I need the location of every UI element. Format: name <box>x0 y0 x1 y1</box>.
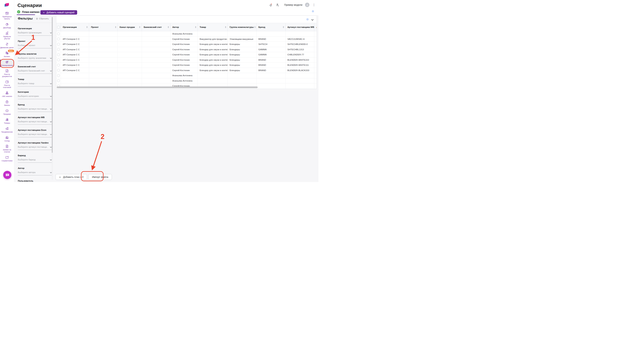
column-header[interactable]: Бренд <box>256 23 286 31</box>
cell-author: Ананьева Антонина <box>170 78 198 84</box>
cell-product: Вакууматор для продуктов с за <box>198 36 228 42</box>
sort-arrows-icon[interactable] <box>225 26 226 28</box>
filter-select[interactable]: Выберите баркод <box>18 158 52 163</box>
add-plan-button[interactable]: + Добавить план 2.0 <box>56 174 87 180</box>
sidebar-item-balance[interactable]: БалансBeta <box>0 51 14 58</box>
add-scenario-button[interactable]: + Добавить новый сценарий <box>40 10 77 14</box>
sidebar-item-abc-analysis[interactable]: ABCАВС-анализ <box>0 90 14 98</box>
table-row[interactable]: Ананьева Антонина <box>56 73 316 78</box>
sidebar-nav: Приборная панельДашбордПрибыли убытки₽Дв… <box>0 11 14 164</box>
column-header[interactable]: Группа номенклатуры <box>228 23 256 31</box>
sidebar-item-cashflow[interactable]: ₽Движение денег <box>0 42 14 49</box>
filter-select[interactable]: Выберите артикул поставщи... <box>18 145 52 150</box>
filter-select[interactable]: Выберите автора <box>18 170 52 175</box>
sidebar-item-payment-request[interactable]: $Заявки на платеж <box>0 144 14 153</box>
sort-arrows-icon[interactable] <box>168 26 169 28</box>
orders-icon <box>5 100 9 104</box>
cell-sku-wb: VACCUUMVAC-6 <box>286 36 314 42</box>
table-row[interactable]: ИП Селеров С ССергей КостюхинВакууматор … <box>56 36 316 42</box>
sidebar-item-document-registry[interactable]: Реестр документов <box>0 69 14 78</box>
page-settings-gear-icon[interactable] <box>312 10 314 14</box>
row-checkbox[interactable] <box>57 74 60 77</box>
filter-select[interactable]: Выберите артикул поставщи... <box>18 132 52 137</box>
row-checkbox[interactable] <box>57 80 60 82</box>
app-logo-icon[interactable] <box>4 3 10 7</box>
sidebar-item-orders[interactable]: Заказы <box>0 100 14 107</box>
table-row[interactable]: ИП Селеров С ССергей КостюхинБлендер для… <box>56 68 316 73</box>
row-checkbox[interactable] <box>57 48 60 50</box>
table-horizontal-scrollbar-thumb[interactable] <box>57 86 258 88</box>
sort-arrows-icon[interactable] <box>139 26 140 28</box>
reset-filters-label: Сбросить <box>39 18 49 20</box>
column-header[interactable]: Артикул поставщика WB <box>286 23 314 31</box>
cell-bank-account <box>142 31 170 36</box>
chat-widget-button[interactable] <box>3 171 12 179</box>
select-all-checkbox[interactable] <box>57 26 60 28</box>
sort-arrows-icon[interactable] <box>283 26 284 28</box>
filter-select[interactable]: Выберите категорию <box>18 94 52 99</box>
column-header[interactable]: Автор <box>170 23 198 31</box>
column-header[interactable]: Проект <box>89 23 118 31</box>
sidebar-item-profit-loss[interactable]: Прибыли убытки <box>0 31 14 40</box>
column-header[interactable]: Ар <box>314 23 317 31</box>
sort-arrows-icon[interactable] <box>86 26 88 28</box>
table-row[interactable]: ИП Селеров С ССергей КостюхинБлендер для… <box>56 62 316 68</box>
filter-select[interactable]: Выберите товар <box>18 82 52 86</box>
reset-filters-button[interactable]: Сбросить <box>36 18 49 20</box>
cell-brand <box>256 73 286 78</box>
row-checkbox[interactable] <box>57 64 60 66</box>
filter-select[interactable]: Выберите артикул поставщи... <box>18 120 52 124</box>
column-header[interactable]: Канал продаж <box>118 23 142 31</box>
collapse-chevron-down-icon[interactable] <box>311 18 314 22</box>
kebab-menu-icon[interactable]: ⋮ <box>312 4 316 6</box>
table-row[interactable]: ИП Селеров С ССергей КостюхинБлендер для… <box>56 52 316 58</box>
sidebar-item-planning[interactable]: Планирование <box>0 60 14 67</box>
row-checkbox[interactable] <box>57 38 60 40</box>
table-row[interactable]: ИП Селеров С ССергей КостюхинБлендер для… <box>56 47 316 52</box>
table-row[interactable]: Ананьева Антонина <box>56 31 316 36</box>
sidebar-item-dashboard-panel[interactable]: Приборная панель <box>0 11 14 20</box>
table-row[interactable]: Ананьева Антонина <box>56 78 316 84</box>
cell-project <box>89 78 118 84</box>
dashboard-panel-icon <box>5 12 9 15</box>
sort-arrows-icon[interactable] <box>254 26 256 28</box>
invite-user-icon[interactable] <box>276 3 280 7</box>
svg-text:B: B <box>6 93 7 94</box>
row-checkbox[interactable] <box>57 54 60 56</box>
filter-select[interactable]: Выберите группу аналитики <box>18 56 52 61</box>
row-checkbox[interactable] <box>57 43 60 46</box>
sidebar-item-label: АВС-анализ <box>2 95 12 97</box>
sort-arrows-icon[interactable] <box>195 26 196 28</box>
table-row[interactable]: ИП Селеров С ССергей КостюхинБлендер для… <box>56 42 316 47</box>
filter-select[interactable]: Выберите артикул поставщи... <box>18 107 52 112</box>
filter-select[interactable]: Выберите проект <box>18 44 52 48</box>
filter-select[interactable]: Выберите банковский счет <box>18 69 52 74</box>
sidebar-item-label: Склад <box>4 140 10 142</box>
avatar[interactable]: Д <box>305 3 310 7</box>
sidebar-item-goods[interactable]: Товары <box>0 117 14 124</box>
sort-arrows-icon[interactable] <box>115 26 116 28</box>
table-row[interactable]: ИП Селеров С ССергей КостюхинБлендер для… <box>56 58 316 63</box>
scenario-tab[interactable]: ✓ План-капкан <box>17 10 40 14</box>
filters-scrollbar-thumb[interactable] <box>52 17 53 153</box>
import-file-button[interactable]: Импорт файла <box>88 174 112 180</box>
sidebar-item-payment-registry[interactable]: Реестр платежей <box>0 80 14 89</box>
row-select-cell <box>56 78 61 84</box>
column-header[interactable]: Банковский счет <box>142 23 170 31</box>
row-checkbox[interactable] <box>57 58 60 61</box>
column-header[interactable]: Организация <box>61 23 89 31</box>
row-checkbox[interactable] <box>57 69 60 72</box>
cell-organization: ИП Селеров С С <box>61 42 89 47</box>
table-settings-gear-icon[interactable] <box>306 18 309 22</box>
cell-product-group: Блендеры <box>228 42 256 47</box>
row-select-cell <box>56 31 61 36</box>
row-checkbox[interactable] <box>57 32 60 35</box>
notifications-bell-icon[interactable] <box>269 3 273 7</box>
sidebar-item-warehouse[interactable]: Склад <box>0 135 14 142</box>
sidebar-item-directories[interactable]: Справочники <box>0 155 14 162</box>
sidebar-item-sales[interactable]: $Продажи <box>0 108 14 116</box>
sidebar-item-promotion[interactable]: Продвижение <box>0 126 14 134</box>
column-header[interactable]: Товар <box>198 23 228 31</box>
sidebar-item-pie-chart[interactable]: Дашборд <box>0 22 14 29</box>
page-title: Сценарии <box>18 2 42 8</box>
